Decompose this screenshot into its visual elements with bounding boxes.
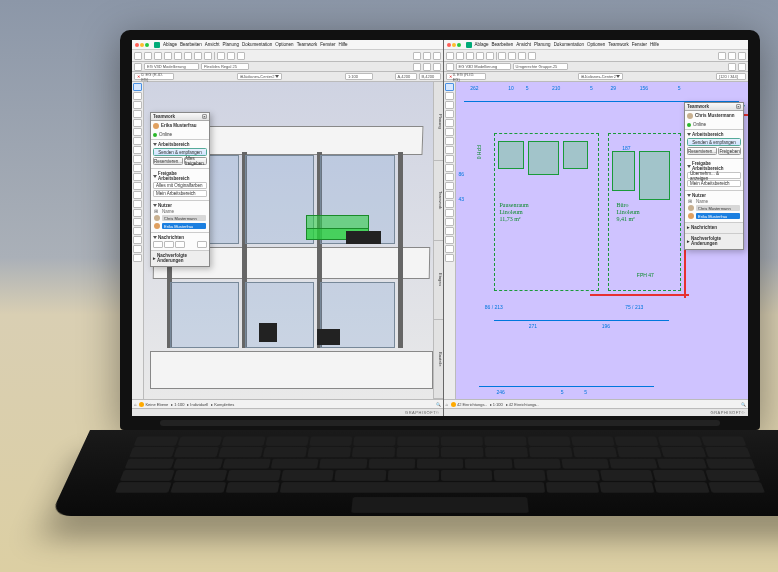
tool-column-icon[interactable] (445, 128, 454, 136)
tool-undo-icon[interactable] (164, 52, 172, 60)
tool-wall-icon[interactable] (445, 101, 454, 109)
menu-bearbeiten[interactable]: Bearbeiten (180, 42, 202, 47)
side-tabs[interactable]: Planung Teamwork Etagen Bauteile (433, 82, 443, 399)
msg-inbox-icon[interactable] (164, 241, 174, 248)
toolbar-coords[interactable]: ✕ 0. EG (R.ID. EG) ⊞ Jüdianes-Center2 [1… (444, 72, 748, 82)
tool-door-icon[interactable] (445, 110, 454, 118)
coord-b[interactable]: B,4200 (419, 73, 441, 80)
release-dropdown[interactable]: Übernehm... & anzeigen (687, 172, 741, 179)
tool-d-icon[interactable] (528, 52, 536, 60)
tool-text-icon[interactable] (133, 227, 142, 235)
navigator-path[interactable]: EG V3D Modellierung (456, 63, 511, 70)
tool-cl-icon[interactable] (728, 52, 736, 60)
teamwork-palette-right[interactable]: Teamwork × Chris Mustermann Online (684, 102, 744, 250)
status-view[interactable]: ▸ Komplettes (211, 402, 234, 407)
tool-txt-icon[interactable] (445, 227, 454, 235)
status-scale[interactable]: ▸ 1:100 (171, 402, 184, 407)
messages-section[interactable]: ▸Nachrichten (685, 222, 743, 233)
info-cursor-icon[interactable] (134, 63, 142, 71)
menu-ansicht[interactable]: Ansicht (205, 42, 220, 47)
tool-mesh-icon[interactable] (133, 164, 142, 172)
tool-tw-icon[interactable] (718, 52, 726, 60)
tool-object-icon[interactable] (445, 182, 454, 190)
tool-arrow-icon[interactable] (445, 83, 454, 91)
viewport-3d[interactable]: Teamwork × Erika Musterfrau Online (144, 82, 433, 399)
tool-arc-icon[interactable] (133, 254, 142, 262)
tool-a-icon[interactable] (498, 52, 506, 60)
palette-titlebar[interactable]: Teamwork × (151, 113, 209, 121)
reserve-button[interactable]: Reservieren... (153, 157, 183, 165)
scale-field[interactable]: 1:100 (345, 73, 373, 80)
toolbar-primary[interactable] (132, 50, 443, 62)
tool-grid-icon[interactable] (237, 52, 245, 60)
user-row-erika[interactable]: Erika Musterfrau (153, 222, 207, 230)
tool-window-icon[interactable] (445, 119, 454, 127)
menu-optionen[interactable]: Optionen (275, 42, 293, 47)
my-workspace-dropdown[interactable]: Mein Arbeitsbereich (153, 190, 207, 197)
toolbar-infobar[interactable]: EG V3D Modellierung Umgerechte Gruppe.25 (444, 62, 748, 72)
favorite-set[interactable]: Umgerechte Gruppe.25 (513, 63, 568, 70)
tool-zone-icon[interactable] (445, 173, 454, 181)
ruler-range[interactable]: [120 / 344] (716, 73, 746, 80)
coord-a[interactable]: A,4200 (395, 73, 417, 80)
tool-slab-icon[interactable] (133, 146, 142, 154)
tool-fill-icon[interactable] (133, 236, 142, 244)
info-opt-c-icon[interactable] (433, 63, 441, 71)
toolbar-infobar[interactable]: EG V3D Modellierung Flexibles Regal 25 (132, 62, 443, 72)
status-home-icon[interactable]: ⌂ (134, 402, 136, 407)
status-home-icon[interactable]: ⌂ (446, 402, 448, 407)
tool-window-icon[interactable] (133, 119, 142, 127)
favorite-set[interactable]: Flexibles Regal 25 (201, 63, 249, 70)
layer-combo[interactable]: ⊞ Jüdianes-Center2 (237, 73, 282, 80)
status-mode[interactable]: ▸ 42 Einrichtungs.. (506, 402, 539, 407)
tool-measure-icon[interactable] (217, 52, 225, 60)
status-zoom-icon[interactable]: 🔍 (436, 402, 441, 407)
tool-help-icon[interactable] (433, 52, 441, 60)
status-scale[interactable]: ▸ 1:100 (490, 402, 503, 407)
menu-planung[interactable]: Planung (223, 42, 240, 47)
tool-cloud-icon[interactable] (423, 52, 431, 60)
status-mode[interactable]: ▸ Individuell (187, 402, 208, 407)
info-opt-a-icon[interactable] (413, 63, 421, 71)
menu-dokumentation[interactable]: Dokumentation (242, 42, 272, 47)
tool-curtain-icon[interactable] (133, 209, 142, 217)
menu-fenster[interactable]: Fenster (320, 42, 335, 47)
tab-name[interactable]: ✕ 0. EG (R.ID. EG) (134, 73, 174, 80)
send-receive-button[interactable]: Senden & empfangen (153, 148, 207, 156)
menu-ablage[interactable]: Ablage (163, 42, 177, 47)
info-x-icon[interactable] (728, 63, 736, 71)
tool-teamwork-icon[interactable] (413, 52, 421, 60)
layer-combo[interactable]: ⊞ Jüdianes-Center2 (578, 73, 623, 80)
release-button[interactable]: Freigeben (718, 147, 741, 155)
tool-marquee-icon[interactable] (445, 92, 454, 100)
tool-open-icon[interactable] (144, 52, 152, 60)
tool-arrow-icon[interactable] (133, 83, 142, 91)
tool-new-icon[interactable] (446, 52, 454, 60)
menu-hilfe[interactable]: Hilfe (338, 42, 347, 47)
toolbar-coords[interactable]: ✕ 0. EG (R.ID. EG) ⊞ Jüdianes-Center2 1:… (132, 72, 443, 82)
close-icon[interactable]: × (202, 114, 207, 119)
send-receive-button[interactable]: Senden & empfangen (687, 138, 741, 146)
tool-copy-icon[interactable] (194, 52, 202, 60)
reserve-button[interactable]: Reservieren... (687, 147, 717, 155)
tool-redo-icon[interactable] (174, 52, 182, 60)
tool-zone-icon[interactable] (133, 173, 142, 181)
info-opt-b-icon[interactable] (423, 63, 431, 71)
tool-object-icon[interactable] (133, 182, 142, 190)
tool-save-icon[interactable] (466, 52, 474, 60)
release-colors-dropdown[interactable]: Alles mit Originalfarben (153, 182, 207, 189)
tab-planung[interactable]: Planung (434, 82, 443, 161)
tab-name[interactable]: ✕ 0. EG (R.ID. EG) (446, 73, 486, 80)
tool-roof-icon[interactable] (133, 155, 142, 163)
tool-beam-icon[interactable] (445, 137, 454, 145)
tool-mesh-icon[interactable] (445, 164, 454, 172)
tool-stair-icon[interactable] (445, 191, 454, 199)
tab-teamwork[interactable]: Teamwork (434, 161, 443, 240)
tool-new-icon[interactable] (134, 52, 142, 60)
tool-fil-icon[interactable] (445, 236, 454, 244)
tool-wall-icon[interactable] (133, 101, 142, 109)
tab-bauteile[interactable]: Bauteile (434, 320, 443, 399)
tool-column-icon[interactable] (133, 128, 142, 136)
toolbox[interactable] (444, 82, 456, 399)
info-y-icon[interactable] (738, 63, 746, 71)
